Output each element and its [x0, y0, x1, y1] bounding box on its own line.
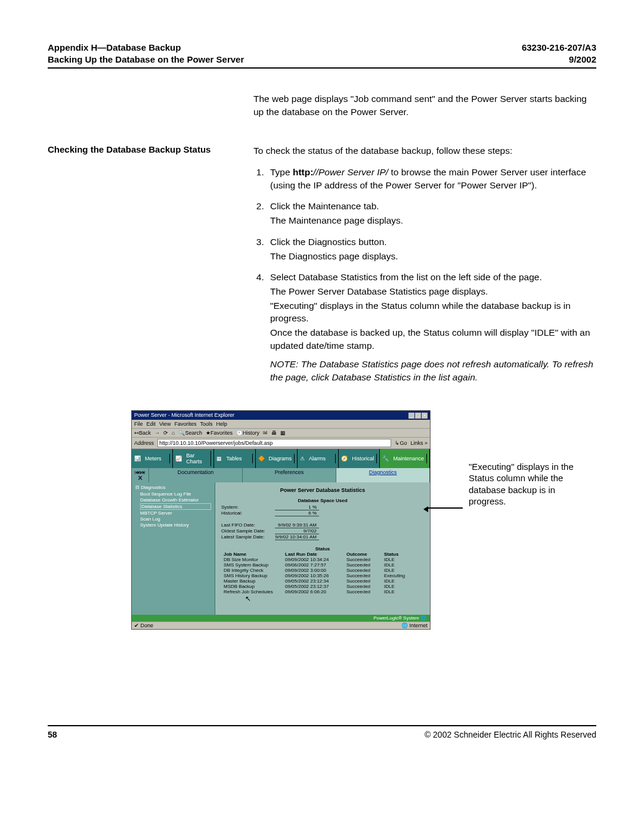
table-row: Master Backup09/05/2002 23:12:34Succeede… [221, 578, 424, 584]
menu-bar[interactable]: File Edit View Favorites Tools Help [132, 420, 430, 429]
header-title: Appendix H—Database Backup [48, 42, 244, 54]
history-button[interactable]: 🕘History [236, 430, 259, 436]
header-subtitle: Backing Up the Database on the Power Ser… [48, 54, 244, 66]
cursor-icon: ↖ [245, 594, 424, 603]
window-controls[interactable]: _□× [408, 412, 428, 419]
main-panel: Power Server Database Statistics Databas… [215, 482, 430, 615]
browser-window: Power Server - Microsoft Internet Explor… [131, 410, 431, 630]
subtab-diagnostics[interactable]: Diagnostics [336, 468, 430, 482]
refresh-button[interactable]: ⟳ [163, 430, 168, 436]
links-label[interactable]: Links » [410, 440, 428, 446]
tab-diagrams[interactable]: 🔶Diagrams [256, 449, 298, 468]
grid-icon[interactable]: ▦ [280, 430, 286, 436]
callout-arrow [427, 507, 463, 509]
note: NOTE: The Database Statistics page does … [270, 358, 596, 383]
table-row: DB Size Monitor09/09/2002 10:34:24Succee… [221, 557, 424, 562]
nav-tree[interactable]: ⊟ Diagnostics Boot Sequence Log File Dat… [132, 482, 215, 615]
toolbar[interactable]: ↤Back → ⟳ ⌂ 🔍Search ★Favorites 🕘History … [132, 429, 430, 438]
header-date: 9/2002 [522, 54, 596, 66]
page-footer: 58 © 2002 Schneider Electric All Rights … [48, 725, 596, 739]
address-bar[interactable]: Address ↳Go Links » [132, 438, 430, 449]
steps-list: Type http://Power Server IP/ to browse t… [253, 166, 596, 384]
tree-item-scan-log[interactable]: Scan Log [140, 516, 211, 522]
tree-item-update-history[interactable]: System Update History [140, 522, 211, 528]
favorites-button[interactable]: ★Favorites [206, 430, 233, 436]
status-bar: ✔ Done 🌐 Internet [132, 621, 430, 629]
tree-item-boot-log[interactable]: Boot Sequence Log File [140, 491, 211, 497]
subtab-documentation[interactable]: Documentation [149, 468, 243, 482]
copyright: © 2002 Schneider Electric All Rights Res… [425, 730, 596, 739]
powerlogic-footer: PowerLogic® System 🌐 [132, 615, 430, 621]
title-bar: Power Server - Microsoft Internet Explor… [132, 411, 430, 420]
forward-button[interactable]: → [154, 430, 160, 436]
tab-tables[interactable]: ▦Tables [214, 449, 255, 468]
subtab-preferences[interactable]: Preferences [243, 468, 336, 482]
page-number: 58 [48, 730, 57, 739]
tab-maintenance[interactable]: 🔧Maintenance [380, 449, 430, 468]
intro-paragraph: The web page displays "Job command sent"… [253, 92, 596, 118]
tab-alarms[interactable]: ⚠Alarms [298, 449, 339, 468]
table-row: SMS System Backup09/06/2002 7:27:57Succe… [221, 562, 424, 568]
tab-bar-charts[interactable]: 📈Bar Charts [173, 449, 214, 468]
page-header: Appendix H—Database Backup Backing Up th… [48, 42, 596, 69]
table-row: Refresh Job Schedules09/09/2002 6:06:20S… [221, 589, 424, 594]
print-icon[interactable]: 🖶 [271, 430, 277, 436]
table-row: MSDB Backup09/05/2002 23:12:37SucceededI… [221, 584, 424, 589]
address-input[interactable] [157, 439, 391, 447]
callout-text: "Executing" displays in the Status colum… [469, 461, 582, 507]
tree-item-db-statistics[interactable]: Database Statistics [140, 503, 211, 510]
header-docnum: 63230-216-207/A3 [522, 42, 596, 54]
tree-item-mbtcp[interactable]: MBTCP Server [140, 510, 211, 516]
mail-icon[interactable]: ✉ [263, 430, 268, 436]
tree-item-db-growth[interactable]: Database Growth Estimator [140, 497, 211, 503]
section-lead: To check the status of the database back… [253, 144, 596, 157]
tab-meters[interactable]: 📊Meters [132, 449, 173, 468]
search-button[interactable]: 🔍Search [178, 430, 202, 436]
table-row: SMS History Backup09/09/2002 10:35:26Suc… [221, 573, 424, 578]
table-row: DB Integrity Check09/09/2002 3:00:00Succ… [221, 568, 424, 573]
window-title: Power Server - Microsoft Internet Explor… [134, 412, 234, 419]
sub-tabs[interactable]: ⏮⏭ ✕ Documentation Preferences Diagnosti… [132, 468, 430, 482]
main-tabs[interactable]: 📊Meters 📈Bar Charts ▦Tables 🔶Diagrams ⚠A… [132, 449, 430, 468]
panel-title: Power Server Database Statistics [221, 487, 424, 493]
tab-historical[interactable]: 🧭Historical [339, 449, 380, 468]
home-button[interactable]: ⌂ [172, 430, 175, 436]
jobs-table: Status Job Name Last Run Date Outcome St… [221, 546, 424, 603]
go-button[interactable]: ↳Go [395, 440, 407, 446]
tree-root[interactable]: ⊟ Diagnostics [135, 485, 211, 490]
section-heading: Checking the Database Backup Status [48, 144, 253, 392]
back-button[interactable]: ↤Back [134, 430, 151, 436]
